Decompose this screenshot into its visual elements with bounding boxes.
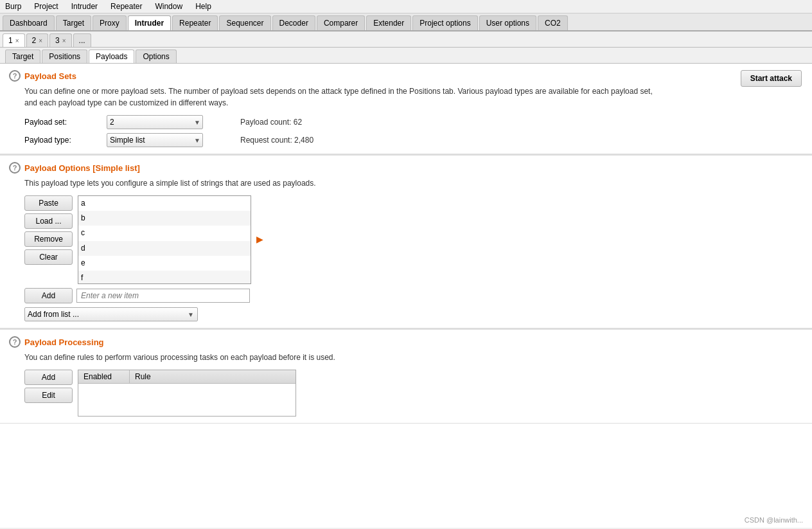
payload-processing-title: Payload Processing [24,337,104,347]
list-item[interactable]: a [78,196,251,211]
instance-tab-close-3[interactable]: × [62,37,66,44]
payload-processing-content: Add Edit Enabled Rule [24,370,803,417]
main-tab-bar: DashboardTargetProxyIntruderRepeaterSequ… [0,13,812,31]
sub-tab-positions[interactable]: Positions [42,49,87,63]
payload-sets-help-icon[interactable]: ? [9,70,21,82]
main-tab-project-options[interactable]: Project options [412,15,477,30]
add-item-row: Add [24,288,803,303]
processing-table: Enabled Rule [78,370,296,417]
add-item-input[interactable] [76,289,250,303]
paste-button[interactable]: Paste [24,195,73,211]
main-tab-intruder[interactable]: Intruder [128,15,171,30]
sub-tab-bar: TargetPositionsPayloadsOptions [0,48,812,64]
table-header: Enabled Rule [78,370,296,384]
payload-sets-form: Payload set: 123 ▼ Payload count: 62 Pay… [24,115,803,147]
list-item[interactable]: f [78,271,251,284]
instance-tab-bar: 1×2×3×... [0,31,812,48]
list-item[interactable]: b [78,211,251,226]
menu-window[interactable]: Window [152,1,185,12]
payload-type-select-wrapper: Simple listRuntime fileCustom iteratorCh… [107,133,203,147]
load-button[interactable]: Load ... [24,213,73,229]
payload-options-section: ? Payload Options [Simple list] This pay… [0,156,812,328]
payload-list-container: Paste Load ... Remove Clear abcdefg ▶ [24,195,803,284]
payload-set-select-wrapper: 123 ▼ [107,115,203,129]
instance-tab-label-1: 1 [8,36,13,45]
processing-buttons: Add Edit [24,370,73,417]
watermark: CSDN @lainwith... [745,516,803,524]
sub-tab-payloads[interactable]: Payloads [89,49,134,63]
menu-bar: Burp Project Intruder Repeater Window He… [0,0,812,13]
table-body [78,384,296,416]
instance-tab-more[interactable]: ... [73,33,91,47]
list-buttons: Paste Load ... Remove Clear [24,195,73,265]
add-from-list-wrapper: Add from list ... ▼ [24,307,198,321]
payload-processing-header: ? Payload Processing [9,336,803,348]
instance-tab-1[interactable]: 1× [3,33,25,47]
instance-tab-3[interactable]: 3× [49,33,72,47]
remove-button[interactable]: Remove [24,231,73,247]
col-header-rule: Rule [130,370,156,383]
list-side-arrow-icon: ▶ [256,234,263,244]
menu-burp[interactable]: Burp [3,1,24,12]
payload-options-header: ? Payload Options [Simple list] [9,162,803,174]
instance-tab-label-2: 2 [32,36,37,45]
main-tab-extender[interactable]: Extender [366,15,411,30]
content-area: ? Payload Sets You can define one or mor… [0,64,812,528]
payload-options-help-icon[interactable]: ? [9,162,21,174]
payload-type-select[interactable]: Simple listRuntime fileCustom iteratorCh… [107,133,203,147]
request-count-display: Request count: 2,480 [240,136,343,145]
menu-repeater[interactable]: Repeater [108,1,145,12]
start-attack-button[interactable]: Start attack [741,70,802,87]
add-from-list-select[interactable]: Add from list ... [24,307,198,321]
payload-set-label: Payload set: [24,118,102,127]
add-from-list-container: Add from list ... ▼ [24,307,803,321]
payload-list[interactable]: abcdefg [78,195,251,284]
sub-tab-options[interactable]: Options [136,49,176,63]
main-tab-co2[interactable]: CO2 [538,15,568,30]
col-header-enabled: Enabled [78,370,130,383]
instance-tab-label-3: 3 [55,36,60,45]
main-tab-decoder[interactable]: Decoder [272,15,315,30]
payload-type-label: Payload type: [24,136,102,145]
main-tab-dashboard[interactable]: Dashboard [3,15,55,30]
payload-set-select[interactable]: 123 [107,115,203,129]
main-tab-user-options[interactable]: User options [479,15,536,30]
clear-button[interactable]: Clear [24,249,73,265]
payload-processing-desc: You can define rules to perform various … [24,352,803,363]
list-item[interactable]: d [78,241,251,256]
add-button[interactable]: Add [24,288,73,303]
processing-edit-button[interactable]: Edit [24,388,73,403]
list-item[interactable]: c [78,226,251,240]
instance-tab-close-1[interactable]: × [15,37,19,44]
instance-tab-close-2[interactable]: × [39,37,42,44]
main-tab-sequencer[interactable]: Sequencer [219,15,270,30]
main-tab-comparer[interactable]: Comparer [317,15,365,30]
sub-tab-target[interactable]: Target [5,49,40,63]
main-tab-proxy[interactable]: Proxy [93,15,127,30]
main-tab-target[interactable]: Target [56,15,91,30]
payload-sets-title: Payload Sets [24,71,76,81]
list-item[interactable]: e [78,256,251,271]
menu-project[interactable]: Project [31,1,60,12]
instance-tab-2[interactable]: 2× [26,33,49,47]
payload-sets-desc: You can define one or more payload sets.… [24,85,803,109]
main-tab-repeater[interactable]: Repeater [172,15,218,30]
payload-options-title: Payload Options [Simple list] [24,163,140,173]
menu-intruder[interactable]: Intruder [69,1,100,12]
payload-sets-section: ? Payload Sets You can define one or mor… [0,64,812,154]
payload-processing-section: ? Payload Processing You can define rule… [0,330,812,424]
payload-options-content: Paste Load ... Remove Clear abcdefg ▶ Ad… [24,195,803,321]
payload-processing-help-icon[interactable]: ? [9,336,21,348]
processing-add-button[interactable]: Add [24,370,73,385]
payload-count-display: Payload count: 62 [240,118,343,127]
menu-help[interactable]: Help [193,1,214,12]
payload-sets-header: ? Payload Sets [9,70,803,82]
payload-options-desc: This payload type lets you configure a s… [24,177,803,189]
